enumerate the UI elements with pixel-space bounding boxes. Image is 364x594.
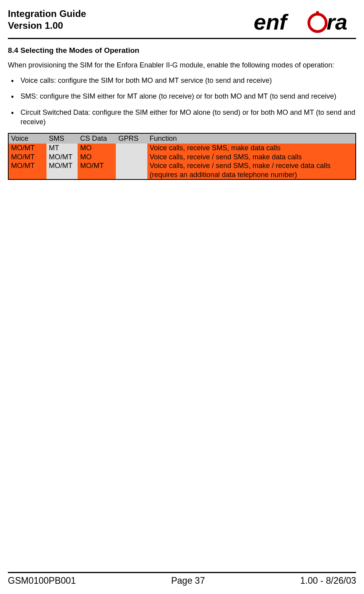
table-row: MO/MT MO/MT MO/MT Voice calls, receive /… — [8, 161, 356, 179]
section-number: 8.4 — [8, 46, 18, 54]
col-csdata: CS Data — [78, 133, 116, 144]
table-header-row: Voice SMS CS Data GPRS Function — [8, 133, 356, 144]
bullet-item: Circuit Switched Data: configure the SIM… — [9, 108, 356, 127]
svg-text:enf: enf — [254, 9, 289, 34]
cell-sms: MT — [46, 144, 78, 153]
page-footer: GSM0100PB001 Page 37 1.00 - 8/26/03 — [8, 572, 356, 586]
col-function: Function — [147, 133, 356, 144]
cell-csdata: MO/MT — [78, 161, 116, 179]
table-row: MO/MT MT MO Voice calls, receive SMS, ma… — [8, 144, 356, 153]
cell-function: Voice calls, receive / send SMS, make da… — [147, 153, 356, 162]
cell-function: Voice calls, receive / send SMS, make / … — [147, 161, 356, 179]
col-voice: Voice — [8, 133, 46, 144]
cell-csdata: MO — [78, 144, 116, 153]
col-sms: SMS — [46, 133, 78, 144]
cell-gprs — [116, 153, 147, 162]
cell-function: Voice calls, receive SMS, make data call… — [147, 144, 356, 153]
cell-gprs — [116, 144, 147, 153]
cell-sms: MO/MT — [46, 161, 78, 179]
svg-text:ra: ra — [327, 9, 347, 34]
svg-point-1 — [309, 14, 326, 32]
bullet-item: SMS: configure the SIM either for MT alo… — [9, 92, 356, 101]
bullet-list: Voice calls: configure the SIM for both … — [8, 76, 356, 127]
svg-point-2 — [316, 11, 319, 14]
cell-voice: MO/MT — [8, 144, 46, 153]
header-title-line2: Version 1.00 — [8, 20, 86, 32]
modes-table: Voice SMS CS Data GPRS Function MO/MT MT… — [8, 133, 356, 180]
cell-sms: MO/MT — [46, 153, 78, 162]
section-intro: When provisioning the SIM for the Enfora… — [8, 61, 356, 69]
cell-voice: MO/MT — [8, 161, 46, 179]
cell-csdata: MO — [78, 153, 116, 162]
cell-gprs — [116, 161, 147, 179]
header-title-block: Integration Guide Version 1.00 — [8, 8, 86, 32]
enfora-logo-icon: enf ra — [254, 8, 356, 35]
bullet-item: Voice calls: configure the SIM for both … — [9, 76, 356, 85]
cell-voice: MO/MT — [8, 153, 46, 162]
logo: enf ra — [254, 8, 356, 35]
footer-center: Page 37 — [171, 575, 205, 586]
table-row: MO/MT MO/MT MO Voice calls, receive / se… — [8, 153, 356, 162]
footer-right: 1.00 - 8/26/03 — [300, 575, 356, 586]
section-title: Selecting the Modes of Operation — [20, 46, 139, 54]
col-gprs: GPRS — [116, 133, 147, 144]
page-header: Integration Guide Version 1.00 enf ra — [8, 8, 356, 39]
header-title-line1: Integration Guide — [8, 8, 86, 20]
footer-left: GSM0100PB001 — [8, 575, 76, 586]
section-heading: 8.4 Selecting the Modes of Operation — [8, 46, 356, 55]
